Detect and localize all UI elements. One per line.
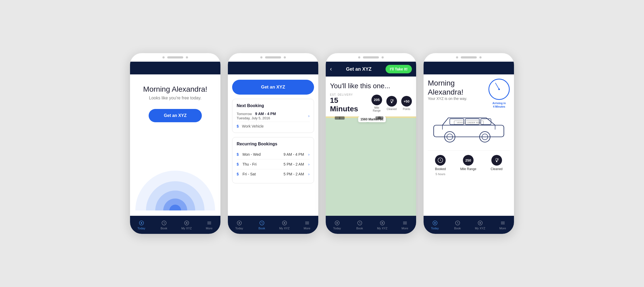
svg-marker-63 [434,222,436,224]
svg-line-54 [440,160,441,161]
play-icon-s1 [139,220,144,226]
notch-pill-s3 [363,56,379,58]
back-button-s3[interactable]: ‹ [330,66,332,73]
next-booking-time: 9 AM - 4 PM [255,112,276,116]
screen1-body: Morning Alexandra! Looks like you're fre… [130,74,220,216]
miles-label-s4: Mile Range [460,167,476,171]
screen4-content: Morning Alexandra! Your XYZ is on the wa… [424,74,514,234]
s4-booked-item: Booked 5 hours [435,155,446,176]
svg-point-26 [393,100,393,101]
clock-icon-s4 [455,220,461,226]
tab-myxyz-s1[interactable]: My XYZ [179,220,195,230]
screen3-footer: Today Book My XYZ More [326,216,416,234]
recurring-row-1[interactable]: $ Thu - Fri 5 PM - 2 AM › [237,159,310,169]
clock-icon-s1 [161,220,167,226]
svg-point-28 [393,101,394,102]
notch-dot-s2-2 [284,56,286,58]
screen1-get-xyz-button[interactable]: Get an XYZ [149,109,202,122]
dollar-icon-1: $ [237,162,240,166]
arriving-text: Arriving in4 Minutes [492,102,506,108]
tab-more-s2[interactable]: More [299,220,315,230]
work-vehicle-row: $ Work Vehicle [237,122,310,128]
recurring-time-2: 5 PM - 2 AM [283,172,304,176]
dollar-icon-next: $ [237,124,240,128]
recurring-bookings-card: Recurring Bookings $ Mon - Wed 9 AM - 4 … [232,137,314,183]
screen1-header [130,62,220,74]
x-icon-s3 [379,220,385,226]
svg-marker-12 [239,222,240,224]
est-delivery-section: EST. DELIVERY 15 Minutes 205 Mile Range … [326,93,416,116]
tab-book-s4[interactable]: Book [450,220,466,230]
tab-more-s3[interactable]: More [397,220,413,230]
est-icons: 205 Mile Range Cleaned +50 Points [371,95,412,112]
screen1-content: Morning Alexandra! Looks like you're fre… [130,74,220,234]
tab-book-s1[interactable]: Book [156,220,172,230]
x-icon-s1 [184,220,190,226]
notch-dot-2 [186,56,188,58]
recurring-row-0[interactable]: $ Mon - Wed 9 AM - 4 PM › [237,150,310,159]
next-booking-date-row: Tomorrow 9 AM - 4 PM Tuesday, July 5, 20… [237,111,310,122]
svg-point-27 [392,101,393,102]
est-label: EST. DELIVERY [330,93,366,96]
tab-today-s3[interactable]: Today [329,220,345,230]
screen2-body: Get an XYZ Next Booking Tomorrow 9 AM - … [228,74,318,216]
booked-hours: 5 hours [436,172,445,176]
cleaned-label-s3: Cleaned [387,108,396,111]
tab-today-s4[interactable]: Today [427,220,443,230]
arriving-label: Arriving in4 Minutes [492,102,506,108]
next-booking-date-info: Tomorrow 9 AM - 4 PM Tuesday, July 5, 20… [237,111,304,120]
recurring-days-2: Fri - Sat [242,172,281,176]
arriving-block: Arriving in4 Minutes [488,79,510,108]
greeting-line2: Alexandra! [428,88,463,96]
menu-icon-s2 [304,220,310,226]
screen1-greeting: Morning Alexandra! [143,85,207,94]
screen4-top-row: Morning Alexandra! Your XYZ is on the wa… [428,79,510,108]
tab-more-label-s3: More [402,227,408,230]
tab-today-label-s4: Today [431,227,439,230]
tab-book-s3[interactable]: Book [352,220,368,230]
tab-book-label-s3: Book [356,227,363,230]
tab-today-label-s3: Today [333,227,341,230]
map-container: 1560 Market St. San Francisco [326,116,416,216]
dollar-icon-0: $ [237,152,240,157]
next-booking-day: Tomorrow [237,112,252,116]
dollar-icon-2: $ [237,172,240,176]
recurring-days-1: Thu - Fri [242,162,281,166]
next-booking-chevron[interactable]: › [308,114,310,118]
miles-value: 205 [371,95,382,105]
screen2-header [228,62,318,74]
recurring-row-2[interactable]: $ Fri - Sat 5 PM - 2 AM › [237,169,310,179]
tab-book-s2[interactable]: Book [254,220,270,230]
take-it-button[interactable]: I'll Take It! [386,65,412,73]
clock-icon-s3 [357,220,363,226]
tab-myxyz-label-s4: My XYZ [475,227,485,230]
screen4-body: Morning Alexandra! Your XYZ is on the wa… [424,74,514,216]
svg-rect-45 [481,119,491,125]
tab-myxyz-s2[interactable]: My XYZ [277,220,292,230]
notch-bar-4 [424,53,514,62]
svg-marker-1 [141,222,143,224]
tab-today-s1[interactable]: Today [133,220,149,230]
s4-cleaned-item: Cleaned [491,155,503,176]
work-vehicle-label: Work Vehicle [242,124,264,128]
svg-rect-23 [391,102,392,103]
recurring-time-1: 5 PM - 2 AM [283,162,304,166]
tab-myxyz-s4[interactable]: My XYZ [472,220,488,230]
phone-screen-4: Morning Alexandra! Your XYZ is on the wa… [424,53,514,234]
notch-bar-1 [130,53,220,62]
screen2-get-xyz-button[interactable]: Get an XYZ [232,80,314,95]
tab-myxyz-s3[interactable]: My XYZ [374,220,390,230]
svg-text:VEHICLE UNDER NDA: VEHICLE UNDER NDA [457,121,481,124]
screen4-greeting-block: Morning Alexandra! Your XYZ is on the wa… [428,79,467,105]
phone-screen-1: Morning Alexandra! Looks like you're fre… [130,53,220,234]
notch-pill [167,56,183,58]
svg-line-4 [164,223,165,223]
tab-today-s2[interactable]: Today [231,220,247,230]
tab-more-s1[interactable]: More [201,220,217,230]
arriving-circle [488,79,510,100]
est-icon-miles: 205 Mile Range [371,95,382,112]
svg-rect-55 [496,158,497,161]
tab-more-s4[interactable]: More [495,220,511,230]
svg-point-60 [497,160,498,161]
spray-icon-s4 [491,155,502,166]
